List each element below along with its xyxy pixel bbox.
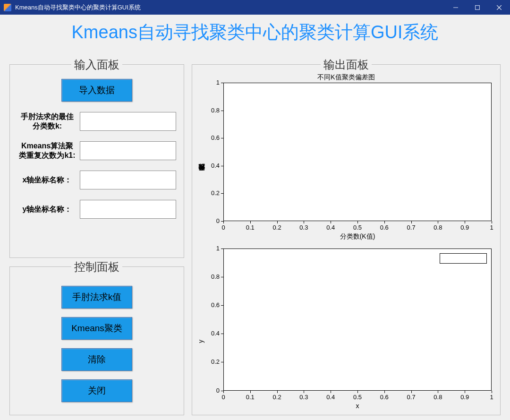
legend-box [440,253,487,264]
x-name-input[interactable] [80,171,176,189]
x-tick-label: 0.9 [458,394,471,401]
best-k-input[interactable] [80,112,176,131]
x-tick-label: 1 [485,394,498,401]
y-tick [221,362,223,362]
elbow-chart: 不同K值聚类偏差图 00.10.20.30.40.50.60.70.80.910… [194,74,498,244]
x-tick-label: 0.4 [324,394,337,401]
x-tick-label: 0.9 [458,224,471,231]
window-body: Kmeans自动寻找聚类中心的聚类计算GUI系统 输入面板 导入数据 手肘法求的… [0,15,510,420]
x-tick [223,391,224,393]
output-panel-legend: 输出面板 [321,57,372,72]
x-tick-label: 0.3 [297,394,310,401]
input-panel-legend: 输入面板 [71,57,122,72]
x-axis-label: x [223,402,492,410]
axes-frame [223,83,492,221]
x-tick [465,221,465,223]
x-tick-label: 0.7 [405,394,418,401]
window-maximize-button[interactable] [467,0,488,15]
cluster-chart: 00.10.20.30.40.50.60.70.80.9100.20.40.60… [194,244,498,413]
x-tick [331,221,331,223]
y-tick-label: 0.8 [211,107,220,114]
x-tick [223,221,224,223]
x-tick [357,221,358,223]
x-tick [384,221,385,223]
import-data-button[interactable]: 导入数据 [61,79,132,102]
x-tick-label: 0.4 [324,224,337,231]
y-tick-label: 0.6 [211,301,220,309]
x-tick [357,391,358,393]
y-tick-label: 0.2 [211,189,220,197]
close-button[interactable]: 关闭 [61,379,132,402]
y-tick-label: 0.8 [211,273,220,280]
elbow-button[interactable]: 手肘法求k值 [61,286,132,309]
y-tick [221,193,223,194]
kmeans-button[interactable]: Kmeans聚类 [61,317,132,340]
window-titlebar: Kmeans自动寻找聚类中心的聚类计算GUI系统 [0,0,510,15]
x-tick-label: 0 [217,394,230,401]
y-tick-label: 0 [216,387,220,394]
matlab-icon [4,4,11,11]
y-tick [221,334,223,334]
x-tick [250,391,251,393]
input-panel: 输入面板 导入数据 手肘法求的最佳分类数k: Kmeans算法聚类重复次数为k1… [9,64,184,258]
output-panel: 输出面板 不同K值聚类偏差图 00.10.20.30.40.50.60.70.8… [192,64,501,415]
x-tick [304,221,304,223]
x-tick-label: 0.5 [351,224,364,231]
repeat-k1-label: Kmeans算法聚类重复次数为k1: [17,141,77,160]
x-tick [438,391,438,393]
x-tick [411,391,412,393]
x-tick-label: 0.2 [271,224,284,231]
elbow-chart-title: 不同K值聚类偏差图 [194,73,498,82]
y-tick-label: 0.4 [211,162,220,169]
y-tick [221,83,223,83]
y-tick [221,166,223,166]
y-tick [221,111,223,111]
x-tick [492,221,492,223]
x-tick-label: 0.2 [271,394,284,401]
y-tick-label: 0 [216,217,220,224]
x-tick-label: 0.1 [244,224,257,231]
y-tick-label: 1 [216,245,220,252]
repeat-k1-input[interactable] [80,141,176,160]
y-name-input[interactable] [80,200,176,219]
x-tick [438,221,438,223]
best-k-label: 手肘法求的最佳分类数k: [17,112,77,131]
y-tick-label: 0.4 [211,330,220,337]
x-tick [492,391,492,393]
axes-frame [223,249,492,391]
x-tick [384,391,385,393]
x-tick [411,221,412,223]
y-tick [221,277,223,277]
y-tick [221,305,223,306]
y-tick-label: 0.2 [211,358,220,365]
x-tick [250,221,251,223]
x-tick-label: 1 [485,224,498,231]
y-axis-label: 簇内误差平方和 [197,129,205,176]
y-tick-label: 0.6 [211,134,220,141]
x-name-label: x轴坐标名称： [17,175,77,185]
x-tick-label: 0.8 [431,394,444,401]
y-tick [221,249,223,249]
control-panel-legend: 控制面板 [71,259,122,274]
x-tick-label: 0.6 [378,224,391,231]
page-title: Kmeans自动寻找聚类中心的聚类计算GUI系统 [0,15,510,44]
window-close-button[interactable] [488,0,510,15]
x-tick [277,391,278,393]
clear-button[interactable]: 清除 [61,348,132,371]
x-tick-label: 0.7 [405,224,418,231]
x-tick [277,221,278,223]
x-tick-label: 0 [217,224,230,231]
x-tick [331,391,331,393]
y-tick [221,221,223,222]
y-axis-label: y [197,296,204,343]
window-title: Kmeans自动寻找聚类中心的聚类计算GUI系统 [15,3,141,12]
x-tick-label: 0.6 [378,394,391,401]
y-name-label: y轴坐标名称： [17,205,77,214]
window-minimize-button[interactable] [445,0,467,15]
x-tick-label: 0.1 [244,394,257,401]
x-tick [465,391,465,393]
x-tick-label: 0.8 [431,224,444,231]
y-tick [221,138,223,138]
svg-rect-1 [476,5,480,9]
x-tick [304,391,304,393]
